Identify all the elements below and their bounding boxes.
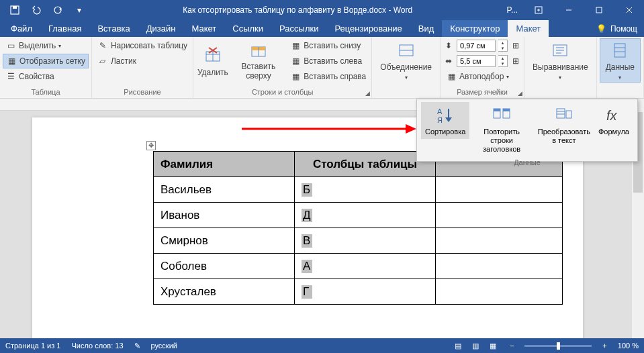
tab-layout[interactable]: Макет <box>183 20 224 37</box>
tab-insert[interactable]: Вставка <box>89 20 138 37</box>
height-spinner[interactable]: ▲▼ <box>498 40 508 52</box>
ribbon-group-align: Выравнивание▾ <box>524 37 597 98</box>
quick-access-toolbar: ▾ <box>0 2 94 18</box>
tab-file[interactable]: Файл <box>3 20 40 37</box>
minimize-icon[interactable] <box>553 0 584 20</box>
ribbon-options-icon[interactable] <box>523 0 553 20</box>
draw-table-button[interactable]: ✎Нарисовать таблицу <box>95 38 190 53</box>
alignment-button[interactable]: Выравнивание▾ <box>527 38 594 83</box>
insert-right-icon: ▦ <box>290 71 301 82</box>
ribbon-group-draw: ✎Нарисовать таблицу ▱Ластик Рисование <box>92 37 193 98</box>
grid-icon: ▦ <box>6 56 17 66</box>
distribute-cols-icon[interactable]: ⊞ <box>510 56 521 66</box>
properties-button[interactable]: ☰Свойства <box>3 69 89 84</box>
zoom-slider[interactable] <box>524 345 592 347</box>
account-badge[interactable]: P... <box>502 5 523 15</box>
read-mode-icon[interactable]: ▤ <box>452 340 464 351</box>
zoom-level[interactable]: 100 % <box>618 342 639 350</box>
lightbulb-icon: 💡 <box>596 24 606 34</box>
formula-button[interactable]: fx Формула <box>594 102 633 139</box>
insert-above-button[interactable]: Вставить сверху <box>231 38 287 83</box>
zoom-in-icon[interactable]: + <box>602 342 606 350</box>
table-header-0[interactable]: Фамилия <box>154 152 295 177</box>
status-page[interactable]: Страница 1 из 1 <box>5 342 60 350</box>
height-input[interactable] <box>457 40 496 52</box>
data-dropdown-panel: АЯ Сортировка Повторить строки заголовко… <box>416 99 638 162</box>
title-bar: ▾ Как отсортировать таблицу по алфавиту … <box>0 0 644 20</box>
show-grid-button[interactable]: ▦Отобразить сетку <box>3 54 89 68</box>
tab-table-constructor[interactable]: Конструктор <box>442 20 508 37</box>
tab-review[interactable]: Рецензирование <box>326 20 410 37</box>
tab-mailings[interactable]: Рассылки <box>271 20 326 37</box>
ribbon-group-table: ▭Выделить▾ ▦Отобразить сетку ☰Свойства Т… <box>0 37 92 98</box>
table-row: Иванов Д <box>154 203 563 228</box>
width-spinner[interactable]: ▲▼ <box>498 55 508 67</box>
align-icon <box>549 41 571 60</box>
window-title: Как отсортировать таблицу по алфавиту в … <box>94 5 502 15</box>
height-icon: ⬍ <box>443 40 454 51</box>
status-language[interactable]: русский <box>151 342 177 350</box>
dialog-launcher-icon[interactable]: ◢ <box>365 90 370 97</box>
tab-table-layout[interactable]: Макет <box>508 20 549 37</box>
zoom-thumb[interactable] <box>557 342 560 350</box>
view-buttons: ▤ ▥ ▦ <box>452 340 499 351</box>
ribbon-group-data: Данные▾ <box>597 37 644 98</box>
data-dropdown-button[interactable]: Данные▾ <box>600 38 641 83</box>
insert-left-icon: ▦ <box>290 56 301 66</box>
row-height-control[interactable]: ⬍▲▼⊞ <box>443 38 521 53</box>
help-label: Помощ <box>610 24 637 34</box>
print-layout-icon[interactable]: ▥ <box>469 340 481 351</box>
convert-icon <box>553 105 575 126</box>
svg-rect-35 <box>566 111 571 118</box>
svg-text:Я: Я <box>437 116 443 124</box>
status-bar: Страница 1 из 1 Число слов: 13 ✎ русский… <box>0 338 644 353</box>
help-tell-me[interactable]: 💡 Помощ <box>590 20 644 37</box>
table-move-handle[interactable]: ✥ <box>146 141 156 150</box>
save-icon[interactable] <box>5 2 24 18</box>
table-row: Смирнов В <box>154 228 563 254</box>
undo-icon[interactable] <box>27 2 46 18</box>
autofit-button[interactable]: ▦Автоподбор▾ <box>443 69 521 84</box>
insert-right-button[interactable]: ▦Вставить справа <box>287 69 369 84</box>
ribbon-tabs: Файл Главная Вставка Дизайн Макет Ссылки… <box>0 20 644 37</box>
insert-above-icon <box>248 40 269 59</box>
insert-left-button[interactable]: ▦Вставить слева <box>287 54 369 68</box>
qat-customize-icon[interactable]: ▾ <box>70 2 89 18</box>
table-row: Васильев Б <box>154 177 563 203</box>
table-header-1[interactable]: Столбцы таблицы <box>295 152 436 177</box>
status-word-count[interactable]: Число слов: 13 <box>71 342 123 350</box>
status-spellcheck-icon[interactable]: ✎ <box>134 342 140 350</box>
data-icon <box>609 41 631 60</box>
width-input[interactable] <box>457 55 496 67</box>
insert-below-button[interactable]: ▦Вставить снизу <box>287 38 369 53</box>
svg-rect-29 <box>494 109 500 111</box>
ribbon: ▭Выделить▾ ▦Отобразить сетку ☰Свойства Т… <box>0 37 644 99</box>
svg-rect-31 <box>503 109 510 111</box>
web-layout-icon[interactable]: ▦ <box>487 340 499 351</box>
sort-button[interactable]: АЯ Сортировка <box>421 102 469 139</box>
tab-references[interactable]: Ссылки <box>224 20 271 37</box>
repeat-header-button[interactable]: Повторить строки заголовков <box>469 102 533 157</box>
tab-view[interactable]: Вид <box>410 20 443 37</box>
autofit-icon: ▦ <box>446 71 457 82</box>
delete-icon <box>202 44 224 65</box>
svg-rect-1 <box>13 6 17 9</box>
zoom-out-icon[interactable]: − <box>510 342 514 350</box>
delete-button[interactable]: Удалить <box>196 38 229 83</box>
properties-icon: ☰ <box>5 71 16 82</box>
close-icon[interactable] <box>614 0 644 20</box>
col-width-control[interactable]: ⬌▲▼⊞ <box>443 54 521 68</box>
svg-rect-32 <box>557 109 565 118</box>
tab-home[interactable]: Главная <box>40 20 89 37</box>
dialog-launcher-size-icon[interactable]: ◢ <box>518 90 522 97</box>
redo-icon[interactable] <box>48 2 67 18</box>
convert-to-text-button[interactable]: Преобразовать в текст <box>534 102 594 148</box>
document-table[interactable]: Фамилия Столбцы таблицы Васильев Б Ивано… <box>153 151 563 305</box>
ribbon-group-cellsize: ⬍▲▼⊞ ⬌▲▼⊞ ▦Автоподбор▾ Размер ячейки ◢ <box>441 37 524 98</box>
maximize-icon[interactable] <box>584 0 614 20</box>
distribute-rows-icon[interactable]: ⊞ <box>510 40 521 51</box>
tab-design[interactable]: Дизайн <box>138 20 184 37</box>
eraser-button[interactable]: ▱Ластик <box>95 54 190 68</box>
merge-button[interactable]: Объединение▾ <box>375 38 437 83</box>
select-button[interactable]: ▭Выделить▾ <box>3 38 89 53</box>
